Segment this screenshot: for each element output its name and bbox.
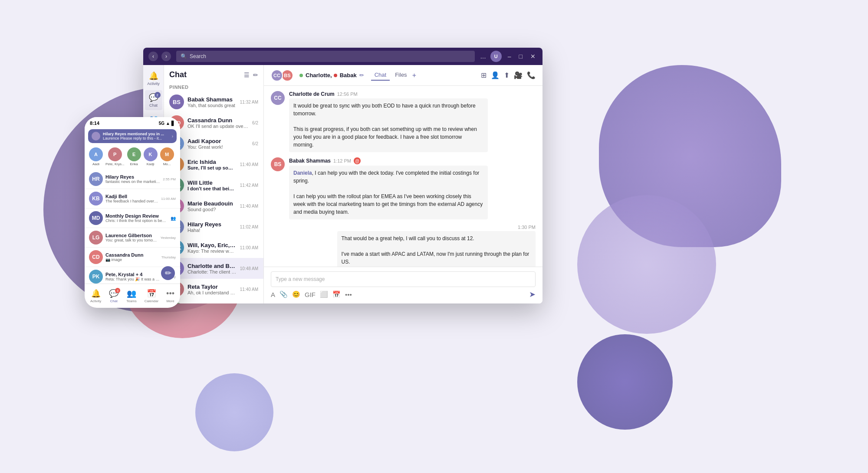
phone-avatar-hilary: HR [89,172,103,186]
battery-icon: ▋ [171,121,175,126]
message-group-2: BS Babak Shammas 1:12 PM @ Daniela, I ca… [271,157,536,219]
attach-icon[interactable]: 📎 [279,290,288,298]
msg-bubble-1: It would be great to sync with you both … [289,98,488,152]
phone-chat-badge-container: 💬 8 [109,289,118,298]
title-bar-actions: ... U – □ ✕ [480,51,537,62]
conv-title-area: Charlotte, Babak ✏ [299,72,364,78]
phone-notif-text: Hilary Reyes mentioned you in ... Lauren… [103,132,169,140]
phone-avatar-laurence: LG [89,231,103,245]
phone-avatar-cassandra: CD [89,250,103,264]
emoji-icon[interactable]: 😊 [292,290,300,298]
sidebar-item-activity[interactable]: 🔔 Activity [145,69,162,88]
close-button[interactable]: ✕ [529,53,537,60]
filter-icon[interactable]: ☰ [244,72,250,78]
desktop-window: ‹ › 🔍 Search ... U – □ ✕ 🔔 Activity 2 💬 … [143,48,542,303]
participants-icon[interactable]: 👤 [491,71,500,79]
phone-chat-badge: 8 [115,288,120,293]
compose-placeholder: Type a new message [276,276,325,282]
phone-status-icons: 5G ▲ ▋ [159,121,175,126]
compose-area: Type a new message A 📎 😊 GIF ⬜ 📅 ••• ➤ [264,267,542,303]
phone-nav-calendar[interactable]: 📅 Calendar [145,289,158,303]
video-icon[interactable]: 🎥 [514,71,523,79]
send-button[interactable]: ➤ [529,290,536,299]
message-group-1: CC Charlotte de Crum 12:56 PM It would b… [271,91,536,152]
compose-input[interactable]: Type a new message [271,271,536,287]
add-tab-button[interactable]: + [412,72,416,79]
wifi-icon: ▲ [166,121,170,126]
phone-chat-hilary[interactable]: HR Hilary Reyes fantastic news on the ma… [85,170,180,189]
phone-nav-teams[interactable]: 👥 Teams [126,289,137,303]
recent-avatar-kadji[interactable]: K Kadji [144,147,158,166]
msg-bubble-2: Daniela, I can help you with the deck to… [289,166,488,219]
msg-content-3: 1:30 PM That would be a great help, I wi… [337,225,536,267]
avatar-babak: BS [169,95,184,109]
sticker-icon[interactable]: ⬜ [320,290,328,298]
phone-nav-activity[interactable]: 🔔 Activity [90,289,101,303]
edit-icon[interactable]: ✏ [359,72,364,78]
phone-icon[interactable]: 📞 [527,71,536,79]
msg-header-3: 1:30 PM [518,225,536,230]
tab-files[interactable]: Files [391,70,410,81]
phone-notification[interactable]: Hilary Reyes mentioned you in ... Lauren… [88,129,177,143]
search-placeholder: Search [190,53,206,59]
msg-time-1: 12:56 PM [337,91,358,97]
more-options-button[interactable]: ... [480,52,486,60]
avatar-babak-conv: BS [281,69,293,82]
phone-more-icon: ••• [166,289,174,298]
chat-list-header: Chat ☰ ✏ [164,65,263,83]
mobile-phone: 8:14 5G ▲ ▋ Hilary Reyes mentioned you i… [85,117,180,308]
msg-time-2: 1:12 PM [333,158,351,163]
phone-recent-avatars: A Aadi P Pete, Krys... E Erika K Kadji M… [85,146,180,170]
phone-compose-fab[interactable]: ✏ [161,266,175,280]
conv-participant-avatars: CC BS [271,69,293,82]
chat-badge: 2 [155,92,161,98]
phone-chat-kadji[interactable]: KB Kadji Bell The feedback I handed over… [85,189,180,209]
maximize-button[interactable]: □ [517,53,524,60]
gallery-icon[interactable]: ⊞ [481,71,487,79]
phone-chat-monthly[interactable]: MD Monthly Design Review Chris: I think … [85,209,180,228]
phone-nav-chat[interactable]: 💬 8 Chat [109,289,118,303]
title-bar: ‹ › 🔍 Search ... U – □ ✕ [143,48,542,65]
phone-status-bar: 8:14 5G ▲ ▋ [85,117,180,129]
msg-avatar-babak-1: BS [271,157,285,171]
more-tools-icon[interactable]: ••• [345,291,352,298]
bg-blob-blue-bottom [195,373,273,451]
recent-avatar-erika[interactable]: E Erika [127,147,141,166]
notif-subtext: Laurence Please reply to this - it... [103,136,169,140]
recent-avatar-pete[interactable]: P Pete, Krys... [105,147,125,166]
gif-icon[interactable]: GIF [305,291,316,298]
chat-item-content-babak: Babak Shammas Yah, that sounds great [187,96,237,108]
phone-avatar-monthly: MD [89,211,103,225]
search-bar[interactable]: 🔍 Search [176,51,475,62]
nav-forward-button[interactable]: › [161,52,171,61]
tab-chat[interactable]: Chat [371,70,390,81]
format-icon[interactable]: A [271,291,275,298]
msg-bubble-3: That would be a great help, I will call … [337,231,536,267]
title-bar-nav: ‹ › [148,52,171,61]
minimize-button[interactable]: – [506,53,513,60]
phone-chat-cassandra[interactable]: CD Cassandra Dunn 📷 image Thursday [85,248,180,267]
meet-icon[interactable]: 📅 [332,290,341,298]
chat-item-babak-shammas[interactable]: BS Babak Shammas Yah, that sounds great … [164,91,263,112]
phone-nav-more[interactable]: ••• More [166,289,174,303]
phone-bottom-nav: 🔔 Activity 💬 8 Chat 👥 Teams 📅 Calendar •… [85,284,180,308]
msg-header-2: Babak Shammas 1:12 PM @ [289,157,488,164]
window-body: 🔔 Activity 2 💬 Chat 👥 Teams 📅 Chat [143,65,542,303]
new-chat-icon[interactable]: ✏ [253,72,258,78]
message-group-3: 1:30 PM That would be a great help, I wi… [271,225,536,267]
phone-chat-laurence[interactable]: LG Laurence Gilbertson You: great, talk … [85,228,180,248]
avatar-charlotte-conv: CC [271,69,283,82]
recent-avatar-mo[interactable]: M Mo... [160,147,174,166]
msg-sender-babak-1: Babak Shammas [289,158,331,164]
phone-avatar-pete: PK [89,270,103,284]
nav-back-button[interactable]: ‹ [148,52,158,61]
chat-list-actions: ☰ ✏ [244,72,258,78]
conv-tabs: Chat Files + [371,70,416,81]
msg-content-2: Babak Shammas 1:12 PM @ Daniela, I can h… [289,157,488,219]
sidebar-item-chat[interactable]: 2 💬 Chat [145,90,162,110]
recent-avatar-aadi[interactable]: A Aadi [89,147,103,166]
search-icon: 🔍 [181,53,187,59]
user-avatar[interactable]: U [490,51,502,62]
conv-participant-charlotte: Charlotte, [306,72,332,78]
share-screen-icon[interactable]: ⬆ [504,71,510,79]
